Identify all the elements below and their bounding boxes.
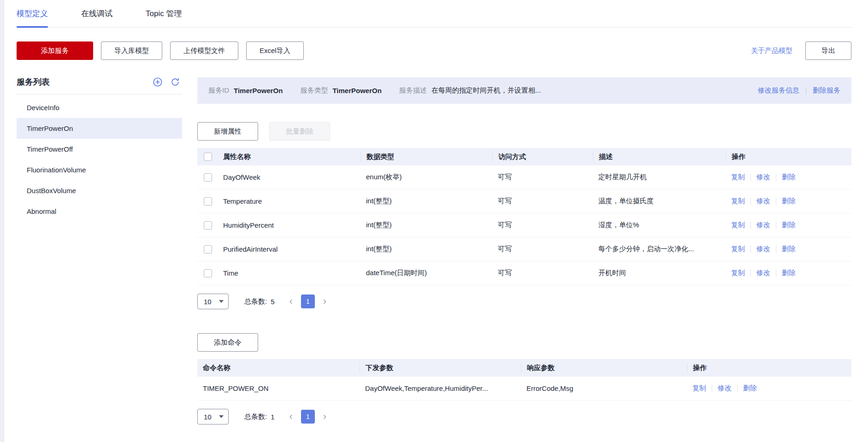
copy-link[interactable]: 复制 bbox=[731, 173, 745, 182]
property-name: HumidityPercent bbox=[223, 221, 274, 229]
property-name: Time bbox=[223, 269, 238, 277]
batch-delete-button[interactable]: 批量删除 bbox=[269, 122, 330, 141]
property-description: 每个多少分钟，启动一次净化... bbox=[593, 245, 726, 253]
commands-table-header: 命令名称 下发参数 响应参数 操作 bbox=[197, 359, 851, 377]
service-item-fluorinationvolume[interactable]: FluorinationVolume bbox=[17, 159, 182, 180]
command-send-params: DayOfWeek,Temperature,HumidityPer... bbox=[360, 384, 521, 392]
chevron-left-icon[interactable]: ‹ bbox=[289, 412, 293, 422]
copy-link[interactable]: 复制 bbox=[731, 269, 745, 277]
delete-link[interactable]: 删除 bbox=[743, 384, 757, 393]
properties-table: 属性名称 数据类型 访问方式 描述 操作 DayOfWeek enum(枚举) … bbox=[197, 148, 851, 285]
col-operations: 操作 bbox=[687, 363, 851, 373]
page-size-select[interactable]: 10 bbox=[197, 294, 229, 309]
upload-model-file-button[interactable]: 上传模型文件 bbox=[170, 41, 238, 60]
chevron-right-icon[interactable]: › bbox=[323, 412, 326, 422]
service-item-dustboxvolume[interactable]: DustBoxVolume bbox=[17, 180, 182, 201]
col-property-name: 属性名称 bbox=[223, 153, 251, 161]
page-number-button[interactable]: 1 bbox=[301, 410, 315, 424]
chevron-right-icon[interactable]: › bbox=[323, 296, 326, 306]
edit-link[interactable]: 修改 bbox=[756, 221, 770, 230]
select-all-checkbox[interactable] bbox=[204, 153, 212, 161]
tab-online-debug[interactable]: 在线调试 bbox=[81, 8, 112, 27]
delete-link[interactable]: 删除 bbox=[782, 245, 796, 253]
export-button[interactable]: 导出 bbox=[805, 41, 851, 60]
divider bbox=[776, 246, 776, 253]
row-checkbox[interactable] bbox=[204, 221, 212, 230]
edit-service-link[interactable]: 修改服务信息 bbox=[758, 86, 799, 95]
service-list-panel: 服务列表 DeviceInfo TimerPowerOn TimerPowerO… bbox=[17, 72, 182, 424]
service-id-value: TimerPowerOn bbox=[234, 87, 283, 94]
copy-link[interactable]: 复制 bbox=[731, 197, 745, 206]
divider bbox=[776, 198, 776, 205]
property-row: DayOfWeek enum(枚举) 可写 定时星期几开机 复制修改删除 bbox=[197, 165, 851, 189]
property-row: Temperature int(整型) 可写 温度，单位摄氏度 复制修改删除 bbox=[197, 189, 851, 213]
tab-model-definition[interactable]: 模型定义 bbox=[17, 8, 48, 27]
service-item-timerpoweron[interactable]: TimerPowerOn bbox=[17, 118, 182, 139]
dropdown-caret-icon bbox=[219, 300, 224, 303]
divider bbox=[750, 246, 751, 253]
service-item-deviceinfo[interactable]: DeviceInfo bbox=[17, 97, 182, 118]
properties-pagination: 10 总条数: 5 ‹ 1 › bbox=[197, 294, 851, 309]
row-checkbox[interactable] bbox=[204, 173, 212, 182]
add-command-button[interactable]: 添加命令 bbox=[197, 333, 258, 352]
total-label: 总条数: bbox=[244, 413, 267, 421]
property-row: HumidityPercent int(整型) 可写 湿度，单位% 复制修改删除 bbox=[197, 213, 851, 237]
dropdown-caret-icon bbox=[219, 415, 224, 418]
property-data-type: int(整型) bbox=[360, 197, 492, 206]
page-size-select[interactable]: 10 bbox=[197, 409, 229, 424]
delete-link[interactable]: 删除 bbox=[782, 173, 796, 182]
divider bbox=[776, 270, 776, 277]
total-count: 5 bbox=[271, 298, 274, 306]
divider bbox=[806, 87, 806, 94]
service-item-timerpoweroff[interactable]: TimerPowerOff bbox=[17, 139, 182, 159]
refresh-icon[interactable] bbox=[170, 77, 180, 87]
total-count: 1 bbox=[271, 413, 274, 421]
delete-link[interactable]: 删除 bbox=[782, 197, 796, 206]
service-list: DeviceInfo TimerPowerOn TimerPowerOff Fl… bbox=[17, 94, 182, 222]
copy-link[interactable]: 复制 bbox=[692, 384, 706, 393]
edit-link[interactable]: 修改 bbox=[756, 245, 770, 253]
about-product-model-link[interactable]: 关于产品模型 bbox=[751, 47, 792, 55]
property-name: DayOfWeek bbox=[223, 173, 260, 181]
delete-link[interactable]: 删除 bbox=[782, 269, 796, 277]
model-definition-page: 模型定义 在线调试 Topic 管理 添加服务 导入库模型 上传模型文件 Exc… bbox=[0, 0, 868, 424]
divider bbox=[750, 198, 751, 205]
page-number-button[interactable]: 1 bbox=[301, 295, 315, 308]
edit-link[interactable]: 修改 bbox=[756, 269, 770, 277]
edit-link[interactable]: 修改 bbox=[718, 384, 732, 393]
import-library-model-button[interactable]: 导入库模型 bbox=[101, 41, 162, 60]
page-size-value: 10 bbox=[204, 413, 212, 421]
service-type-value: TimerPowerOn bbox=[332, 87, 381, 94]
property-row: Time dateTime(日期时间) 可写 开机时间 复制修改删除 bbox=[197, 261, 851, 285]
delete-link[interactable]: 删除 bbox=[782, 221, 796, 230]
property-description: 湿度，单位% bbox=[593, 221, 726, 230]
row-checkbox[interactable] bbox=[204, 197, 212, 206]
divider bbox=[776, 174, 776, 181]
divider bbox=[750, 174, 751, 181]
property-data-type: int(整型) bbox=[360, 221, 492, 230]
tab-topic-management[interactable]: Topic 管理 bbox=[146, 8, 182, 27]
copy-link[interactable]: 复制 bbox=[731, 221, 745, 230]
divider bbox=[750, 270, 751, 277]
commands-table: 命令名称 下发参数 响应参数 操作 TIMER_POWER_ON DayOfWe… bbox=[197, 359, 851, 401]
add-service-plus-icon[interactable] bbox=[153, 77, 163, 87]
property-description: 开机时间 bbox=[593, 269, 726, 277]
edit-link[interactable]: 修改 bbox=[756, 173, 770, 182]
edit-link[interactable]: 修改 bbox=[756, 197, 770, 206]
properties-table-header: 属性名称 数据类型 访问方式 描述 操作 bbox=[197, 148, 851, 165]
service-type-label: 服务类型 bbox=[300, 86, 328, 95]
property-access: 可写 bbox=[492, 221, 593, 230]
col-data-type: 数据类型 bbox=[360, 152, 492, 162]
service-item-abnormal[interactable]: Abnormal bbox=[17, 201, 182, 222]
excel-import-button[interactable]: Excel导入 bbox=[246, 41, 304, 60]
chevron-left-icon[interactable]: ‹ bbox=[289, 296, 293, 306]
row-checkbox[interactable] bbox=[204, 269, 212, 277]
divider bbox=[750, 222, 751, 229]
row-checkbox[interactable] bbox=[204, 245, 212, 253]
add-service-button[interactable]: 添加服务 bbox=[17, 41, 93, 60]
add-property-button[interactable]: 新增属性 bbox=[197, 122, 258, 141]
toolbar-right: 关于产品模型 导出 bbox=[751, 41, 851, 60]
delete-service-link[interactable]: 删除服务 bbox=[813, 86, 840, 95]
property-access: 可写 bbox=[492, 245, 593, 253]
copy-link[interactable]: 复制 bbox=[731, 245, 745, 253]
